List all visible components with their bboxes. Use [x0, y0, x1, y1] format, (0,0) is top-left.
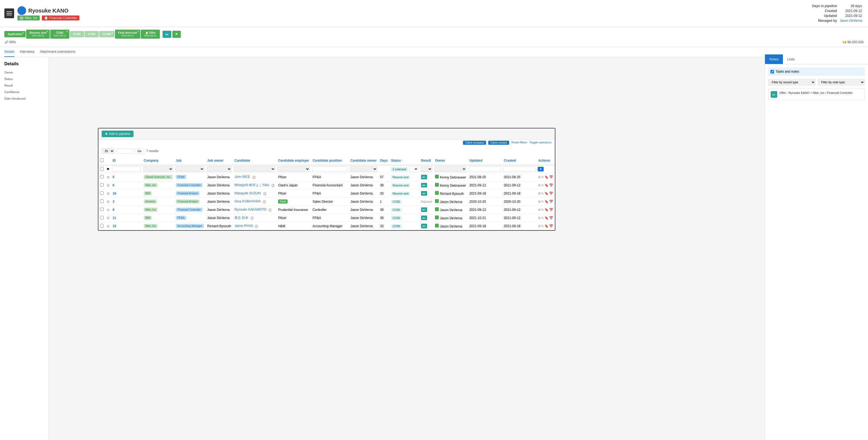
select-all-checkbox[interactable]	[100, 158, 103, 162]
row-checkbox[interactable]	[100, 175, 103, 178]
reset-filters-btn[interactable]: Reset filters	[512, 141, 527, 145]
filter-candidate[interactable]	[234, 166, 275, 172]
col-checkbox[interactable]	[98, 156, 105, 165]
stage-offer[interactable]: 📋 Offer 2021-09-11	[141, 30, 160, 39]
role-tag[interactable]: 📋 Financial Controller	[42, 16, 80, 21]
notes-tab-lists[interactable]: Lists	[783, 54, 799, 64]
filter-result[interactable]	[421, 166, 432, 172]
heart-icon[interactable]: ♡	[859, 91, 862, 95]
row-id[interactable]: 9	[111, 206, 142, 214]
row-id[interactable]: 11	[111, 214, 142, 222]
edit-btn[interactable]: ✎	[541, 183, 544, 187]
row-checkbox-td[interactable]	[98, 173, 105, 181]
edit-btn[interactable]: ✎	[541, 208, 544, 212]
copy-btn[interactable]: ⧉	[538, 192, 541, 195]
tab-attachment-submissions[interactable]: Attachment submissions	[40, 47, 75, 57]
col-candidate-employer[interactable]: Candidate employer	[276, 156, 311, 165]
bookmark-btn[interactable]: 🔖	[545, 183, 549, 187]
filter-updated[interactable]	[469, 167, 501, 172]
stage-ccm2[interactable]: CCM2	[70, 31, 84, 37]
id-link[interactable]: 6	[113, 183, 115, 187]
company-badge[interactable]: Nike, Inc	[144, 183, 158, 187]
candidate-link[interactable]: 孝志 松本	[234, 216, 248, 219]
filter-checkbox[interactable]	[99, 167, 104, 171]
stage-ccm3[interactable]: CCM3	[85, 31, 99, 37]
filter-candidate-owner[interactable]	[350, 166, 377, 172]
filter-owner[interactable]	[434, 166, 466, 172]
row-id[interactable]: 6	[111, 181, 142, 189]
row-icon-td[interactable]: □	[105, 222, 111, 230]
row-checkbox[interactable]	[100, 208, 103, 211]
stage-close-icon[interactable]: ✕	[66, 30, 68, 33]
col-company[interactable]: Company	[142, 156, 174, 165]
calendar-btn[interactable]: 📅	[549, 175, 553, 179]
edit-btn[interactable]: ✎	[541, 175, 544, 179]
row-id[interactable]: 3	[111, 198, 142, 206]
row-checkbox-td[interactable]	[98, 214, 105, 222]
page-size-select[interactable]: 25 50	[102, 148, 115, 154]
row-checkbox[interactable]	[100, 224, 103, 228]
copy-btn[interactable]: ⧉	[538, 216, 541, 220]
advance-btn[interactable]: ⏭	[421, 191, 427, 196]
row-candidate[interactable]: 孝志 松本 📋	[233, 214, 276, 222]
candidate-link[interactable]: Masayuki SUZUKI	[234, 191, 261, 195]
bookmark-btn[interactable]: 🔖	[545, 175, 549, 179]
id-link[interactable]: 15	[113, 224, 116, 228]
toggle-operators-btn[interactable]: Toggle operators	[529, 141, 552, 145]
filter-candidate-position[interactable]	[312, 167, 348, 172]
bookmark-btn[interactable]: 🔖	[545, 200, 549, 204]
go-button[interactable]: Go	[135, 148, 144, 154]
filter-note-type-select[interactable]: Filter by note type	[818, 79, 865, 85]
row-id[interactable]: 15	[111, 222, 142, 230]
calendar-btn[interactable]: 📅	[549, 200, 553, 204]
candidate-link[interactable]: Jaime RYAN	[234, 224, 253, 228]
row-icon-td[interactable]: □	[105, 206, 111, 214]
pipeline-flag-btn[interactable]: ⚑	[172, 31, 181, 38]
stage-ccmm[interactable]: ✕ CCMM	[99, 31, 114, 37]
candidate-link[interactable]: Minegishi 峰岸よこYoko	[234, 183, 269, 187]
candidate-link[interactable]: Gina KOBAYASHI	[234, 200, 260, 203]
row-icon-td[interactable]: □	[105, 198, 111, 206]
row-checkbox-td[interactable]	[98, 222, 105, 230]
advance-btn[interactable]: ⏭	[421, 215, 427, 220]
bookmark-btn[interactable]: 🔖	[545, 216, 549, 220]
id-link[interactable]: 16	[113, 192, 116, 195]
page-input[interactable]	[117, 148, 133, 154]
menu-icon[interactable]	[4, 8, 14, 18]
row-candidate[interactable]: Ryosuke SAKAMOTO 📋	[233, 206, 276, 214]
row-checkbox[interactable]	[100, 216, 103, 219]
row-candidate[interactable]: Jaime RYAN 📋	[233, 222, 276, 230]
company-badge[interactable]: IBM	[144, 191, 152, 195]
tab-details[interactable]: Details	[4, 47, 14, 57]
advance-btn[interactable]: ⏭	[421, 224, 427, 228]
bookmark-btn[interactable]: 🔖	[545, 208, 549, 212]
filter-id[interactable]	[112, 167, 141, 172]
advance-btn[interactable]: ⏭	[421, 183, 427, 187]
notes-tab-notes[interactable]: Notes	[765, 54, 783, 64]
company-tag[interactable]: 🏢 Nike, Inc	[18, 16, 40, 21]
copy-btn[interactable]: ⧉	[538, 208, 541, 212]
calendar-btn[interactable]: 📅	[549, 183, 553, 187]
row-id[interactable]: 5	[111, 173, 142, 181]
filter-candidate-employer[interactable]	[278, 166, 310, 172]
filter-client-contact[interactable]: Client contact	[488, 141, 509, 145]
row-icon-td[interactable]: □	[105, 181, 111, 189]
company-badge[interactable]: Amazon	[144, 200, 157, 204]
company-badge[interactable]: Nike, Inc	[144, 224, 158, 228]
row-candidate[interactable]: Gina KOBAYASHI 📋	[233, 198, 276, 206]
status-filter-dropdown[interactable]: ▼	[409, 166, 418, 172]
row-checkbox-td[interactable]	[98, 198, 105, 206]
calendar-btn[interactable]: 📅	[549, 192, 553, 195]
calendar-btn[interactable]: 📅	[549, 208, 553, 212]
stage-close-icon[interactable]: ✕	[111, 32, 113, 34]
stage-final-interview[interactable]: ✕ Final Interview 2021-09-11	[115, 30, 140, 39]
col-status[interactable]: Status ↑	[389, 156, 420, 165]
filter-record-type-select[interactable]: Filter by record type	[768, 79, 815, 85]
stage-application[interactable]: ✕ Application	[4, 31, 26, 37]
filter-job-owner[interactable]	[207, 166, 231, 172]
stage-ccm1[interactable]: ✕ CCM1 2021-09-11	[50, 30, 69, 39]
row-checkbox-td[interactable]	[98, 206, 105, 214]
edit-btn[interactable]: ✎	[541, 200, 544, 204]
apply-filter-btn[interactable]: ▼	[538, 167, 544, 171]
row-checkbox[interactable]	[100, 200, 103, 203]
